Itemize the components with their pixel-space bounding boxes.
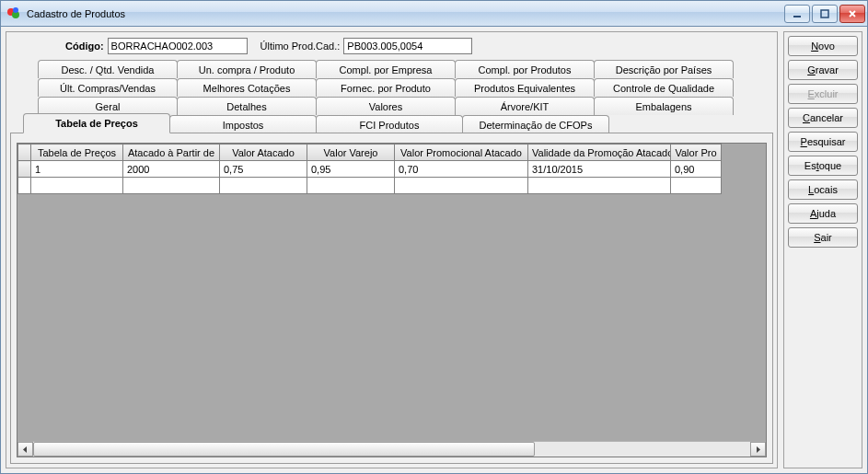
table-row[interactable] <box>18 178 722 194</box>
tabs-container: Desc. / Qtd. Vendida Un. compra / Produt… <box>10 60 773 464</box>
scroll-left-button[interactable] <box>17 442 33 457</box>
tab-compl-por-produtos[interactable]: Compl. por Produtos <box>455 60 595 78</box>
tab-determinacao-cfops[interactable]: Determinação de CFOPs <box>462 115 609 133</box>
tab-geral[interactable]: Geral <box>38 97 178 115</box>
ajuda-button[interactable]: Ajuda <box>788 203 858 224</box>
scroll-right-button[interactable] <box>750 442 766 457</box>
table-row[interactable]: 1 2000 0,75 0,95 0,70 31/10/2015 0,90 <box>18 161 722 178</box>
col-validade-promo[interactable]: Validade da Promoção Atacado <box>528 145 671 161</box>
tab-controle-de-qualidade[interactable]: Controle de Qualidade <box>594 78 734 97</box>
cell[interactable]: 0,90 <box>671 161 722 178</box>
tab-row-2: Últ. Compras/Vendas Melhores Cotações Fo… <box>10 78 773 97</box>
action-sidebar: Novo Gravar Excluir Cancelar Pesquisar E… <box>783 31 862 468</box>
tab-melhores-cotacoes[interactable]: Melhores Cotações <box>177 78 317 97</box>
tab-desc-qtd-vendida[interactable]: Desc. / Qtd. Vendida <box>38 60 178 78</box>
window-controls <box>784 5 865 23</box>
codigo-input[interactable] <box>108 38 248 54</box>
row-selector[interactable] <box>18 161 31 178</box>
col-atacado-a-partir[interactable]: Atacado à Partir de <box>123 145 220 161</box>
cell[interactable] <box>307 178 395 194</box>
col-valor-varejo[interactable]: Valor Varejo <box>307 145 395 161</box>
pesquisar-hotkey: P <box>801 136 807 147</box>
tab-descricao-por-paises[interactable]: Descrição por Países <box>594 60 734 78</box>
client-area: Código: Último Prod.Cad.: Desc. / Qtd. V… <box>1 27 867 473</box>
tab-produtos-equivalentes[interactable]: Produtos Equivalentes <box>455 78 595 97</box>
scroll-thumb[interactable] <box>33 442 535 457</box>
tab-arvore-kit[interactable]: Árvore/KIT <box>455 97 595 115</box>
cancelar-hotkey: C <box>803 112 810 123</box>
main-panel: Código: Último Prod.Cad.: Desc. / Qtd. V… <box>6 31 778 468</box>
cell[interactable] <box>528 178 671 194</box>
cell[interactable]: 0,95 <box>307 161 395 178</box>
app-window: Cadastro de Produtos Código: Último Prod… <box>0 0 868 474</box>
tab-ult-compras-vendas[interactable]: Últ. Compras/Vendas <box>38 78 178 97</box>
gravar-hotkey: G <box>807 64 816 75</box>
window-title: Cadastro de Produtos <box>27 8 779 19</box>
horizontal-scrollbar[interactable] <box>17 441 766 457</box>
tab-compl-por-empresa[interactable]: Compl. por Empresa <box>316 60 456 78</box>
tab-fornec-por-produto[interactable]: Fornec. por Produto <box>316 78 456 97</box>
tab-embalagens[interactable]: Embalagens <box>594 97 734 115</box>
tab-row-4: Tabela de Preços Impostos FCI Produtos D… <box>10 115 773 133</box>
cell[interactable]: 0,75 <box>220 161 307 178</box>
minimize-button[interactable] <box>784 5 810 23</box>
tab-row-1: Desc. / Qtd. Vendida Un. compra / Produt… <box>10 60 773 78</box>
ultimo-prod-label: Último Prod.Cad.: <box>260 40 341 52</box>
cell[interactable]: 0,70 <box>395 161 528 178</box>
tab-body: Tabela de Preços Atacado à Partir de Val… <box>10 133 773 464</box>
cell[interactable] <box>31 178 123 194</box>
svg-rect-3 <box>793 16 801 17</box>
excluir-button[interactable]: Excluir <box>788 84 858 104</box>
grid-corner <box>18 145 31 161</box>
cell[interactable]: 2000 <box>123 161 220 178</box>
cell[interactable] <box>395 178 528 194</box>
tab-valores[interactable]: Valores <box>316 97 456 115</box>
sair-hotkey: S <box>814 232 820 243</box>
col-valor-pro[interactable]: Valor Pro <box>671 145 722 161</box>
cell[interactable] <box>123 178 220 194</box>
header-fields: Código: Último Prod.Cad.: <box>10 36 773 60</box>
titlebar: Cadastro de Produtos <box>1 1 867 27</box>
sair-button[interactable]: Sair <box>788 227 858 248</box>
pesquisar-button[interactable]: Pesquisar <box>788 132 858 152</box>
tab-tabela-de-precos[interactable]: Tabela de Preços <box>23 113 170 133</box>
tab-impostos[interactable]: Impostos <box>169 115 317 133</box>
cell[interactable]: 31/10/2015 <box>528 161 671 178</box>
codigo-label: Código: <box>65 40 104 52</box>
close-button[interactable] <box>839 5 865 23</box>
app-icon <box>6 6 21 21</box>
tab-fci-produtos[interactable]: FCI Produtos <box>316 115 463 133</box>
tab-un-compra-produto[interactable]: Un. compra / Produto <box>177 60 317 78</box>
col-tabela-precos[interactable]: Tabela de Preços <box>31 145 123 161</box>
estoque-button[interactable]: Estoque <box>788 156 858 176</box>
novo-button[interactable]: Novo <box>788 36 858 56</box>
tab-detalhes[interactable]: Detalhes <box>177 97 317 115</box>
col-valor-promo-atacado[interactable]: Valor Promocional Atacado <box>395 145 528 161</box>
grid-header-row: Tabela de Preços Atacado à Partir de Val… <box>18 145 722 161</box>
col-valor-atacado[interactable]: Valor Atacado <box>220 145 307 161</box>
cell[interactable] <box>220 178 307 194</box>
gravar-button[interactable]: Gravar <box>788 60 858 80</box>
row-selector[interactable] <box>18 178 31 194</box>
scroll-track[interactable] <box>33 442 750 457</box>
maximize-button[interactable] <box>812 5 838 23</box>
tab-row-3: Geral Detalhes Valores Árvore/KIT Embala… <box>10 97 773 115</box>
novo-hotkey: N <box>811 40 818 52</box>
price-grid: Tabela de Preços Atacado à Partir de Val… <box>17 143 767 457</box>
cancelar-button[interactable]: Cancelar <box>788 108 858 128</box>
locais-button[interactable]: Locais <box>788 179 858 200</box>
cell[interactable] <box>671 178 722 194</box>
grid-viewport[interactable]: Tabela de Preços Atacado à Partir de Val… <box>17 144 766 441</box>
ultimo-prod-input[interactable] <box>343 38 472 54</box>
svg-rect-4 <box>821 10 828 17</box>
cell[interactable]: 1 <box>31 161 123 178</box>
svg-point-2 <box>13 7 18 13</box>
excluir-hotkey: E <box>807 88 814 99</box>
